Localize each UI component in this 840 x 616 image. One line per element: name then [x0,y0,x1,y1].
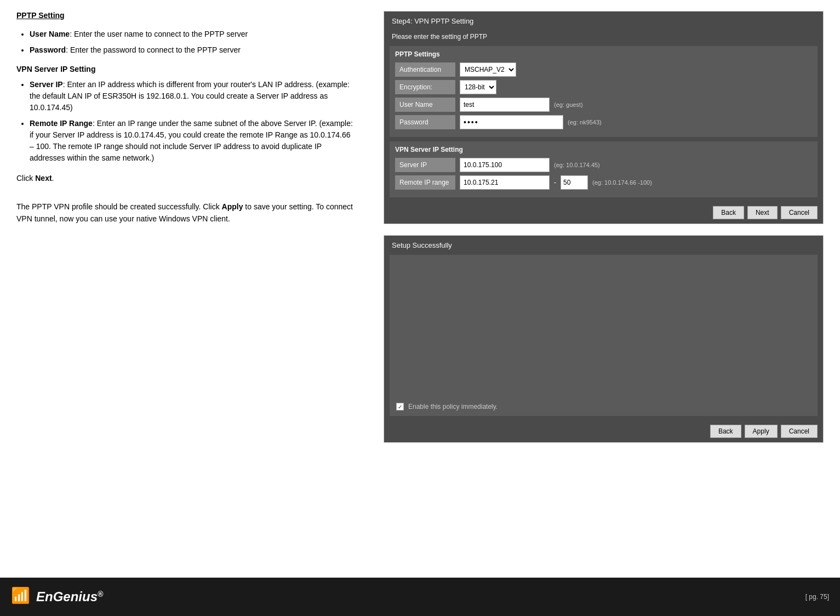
bullet-password: Password: Enter the password to connect … [30,44,356,56]
back-button-step4[interactable]: Back [713,206,744,219]
username-label: User Name [395,98,455,112]
vpn-bullets: Server IP: Enter an IP address which is … [16,79,356,164]
footer-logo: 📶 EnGenius® [11,586,103,608]
section-title: PPTP Setting [16,11,356,20]
success-body: ✓ Enable this policy immediately. [390,255,818,416]
cancel-button-success[interactable]: Cancel [781,425,818,438]
enc-row: Encryption: 128-bit 64-bit None [395,80,812,94]
vpn-server-title: VPN Server IP Setting [395,146,812,153]
success-text: The PPTP VPN profile should be created s… [16,201,356,225]
username-hint: (eg: guest) [554,101,583,108]
wifi-icon: 📶 [11,586,33,608]
remoteip-range-input[interactable] [561,175,588,190]
text-username: : Enter the user name to connect to the … [70,30,248,38]
auth-select[interactable]: MSCHAP_V2 MSCHAP CHAP PAP [460,62,516,77]
username-row: User Name (eg: guest) [395,98,812,112]
bullet-serverip: Server IP: Enter an IP address which is … [30,79,356,113]
success-box: Setup Successfully ✓ Enable this policy … [384,235,824,443]
remoteip-hint: (eg: 10.0.174.66 -100) [592,179,652,186]
step4-title: Step4: VPN PPTP Setting [384,12,823,31]
serverip-row: Server IP (eg: 10.0.174.45) [395,158,812,172]
enc-select[interactable]: 128-bit 64-bit None [460,80,496,94]
intro-bullets: User Name: Enter the user name to connec… [16,28,356,56]
pptp-settings-title: PPTP Settings [395,50,812,58]
step4-box: Step4: VPN PPTP Setting Please enter the… [384,11,824,224]
bullet-username: User Name: Enter the user name to connec… [30,28,356,40]
term-remoteip: Remote IP Range [30,119,93,128]
back-button-success[interactable]: Back [710,425,741,438]
serverip-input[interactable] [460,158,550,172]
step4-subtitle: Please enter the setting of PPTP [384,31,823,46]
apply-button[interactable]: Apply [745,425,778,438]
enable-policy-checkbox[interactable]: ✓ [396,403,404,410]
page-number: [ pg. 75] [805,593,829,601]
logo-text: EnGenius® [36,589,103,604]
checkbox-row: ✓ Enable this policy immediately. [390,397,818,416]
pptp-settings-section: PPTP Settings Authentication MSCHAP_V2 M… [390,46,818,137]
text-serverip: : Enter an IP address which is different… [30,80,350,112]
enc-label: Encryption: [395,80,455,94]
cancel-button-step4[interactable]: Cancel [781,206,818,219]
footer: 📶 EnGenius® [ pg. 75] [0,578,840,616]
vpn-section-title: VPN Server IP Setting [16,65,356,73]
enable-policy-label: Enable this policy immediately. [408,403,498,410]
success-title: Setup Successfully [384,236,823,255]
remoteip-label: Remote IP range [395,175,455,190]
right-panel: Step4: VPN PPTP Setting Please enter the… [384,11,824,443]
remoteip-dash: - [554,179,556,186]
password-input[interactable] [460,115,563,129]
auth-row: Authentication MSCHAP_V2 MSCHAP CHAP PAP [395,62,812,77]
term-username: User Name [30,30,70,38]
left-panel: PPTP Setting User Name: Enter the user n… [16,11,367,443]
text-password: : Enter the password to connect to the P… [66,45,241,54]
step4-btn-row: Back Next Cancel [384,202,823,224]
term-serverip: Server IP [30,80,63,89]
remoteip-input[interactable] [460,175,550,190]
username-input[interactable] [460,98,550,112]
next-button[interactable]: Next [747,206,778,219]
password-row: Password (eg: nk9543) [395,115,812,129]
remoteip-row: Remote IP range - (eg: 10.0.174.66 -100) [395,175,812,190]
auth-label: Authentication [395,62,455,77]
click-next-text: Click Next. [16,173,356,184]
svg-text:📶: 📶 [11,586,30,604]
serverip-label: Server IP [395,158,455,172]
bullet-remoteip: Remote IP Range: Enter an IP range under… [30,118,356,164]
term-password: Password [30,45,66,54]
password-label: Password [395,115,455,129]
vpn-server-section: VPN Server IP Setting Server IP (eg: 10.… [390,141,818,197]
success-btn-row: Back Apply Cancel [384,420,823,442]
password-hint: (eg: nk9543) [568,119,602,126]
serverip-hint: (eg: 10.0.174.45) [554,162,600,168]
